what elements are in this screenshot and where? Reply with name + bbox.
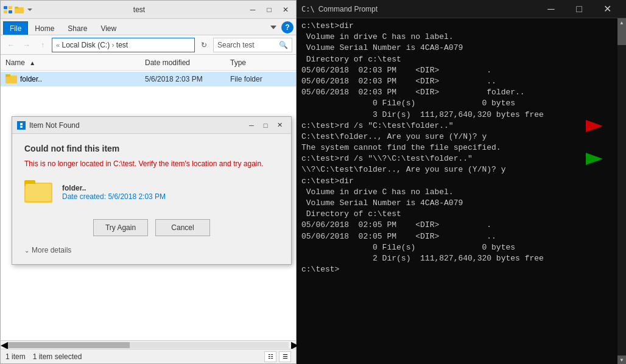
dialog-restore-button[interactable]: □ xyxy=(259,119,272,131)
dialog-title-text: Item Not Found xyxy=(29,121,245,130)
dialog-close-button[interactable]: ✕ xyxy=(273,119,286,131)
command-prompt-window: C:\ Command Prompt ─ □ ✕ c:\test>dir Vol… xyxy=(297,0,626,364)
svg-rect-3 xyxy=(9,10,12,13)
cmd-line: 05/06/2018 02:05 PM <DIR> .. xyxy=(301,231,613,242)
dialog-file-name: folder.. xyxy=(62,184,166,192)
cmd-line: 05/06/2018 02:05 PM <DIR> . xyxy=(301,220,613,231)
maximize-button[interactable]: □ xyxy=(261,4,277,16)
cmd-line: c:\test>dir xyxy=(301,21,613,32)
cmd-line: c:\test>rd /s "\\?\C:\test\folder.." xyxy=(301,153,613,164)
scroll-thumb[interactable] xyxy=(8,342,130,348)
minimize-button[interactable]: ─ xyxy=(245,4,261,16)
scroll-track xyxy=(617,27,626,355)
tab-view[interactable]: View xyxy=(94,21,123,35)
ribbon-tabs: File Home Share View ? xyxy=(1,19,296,35)
address-path[interactable]: « Local Disk (C:) › test xyxy=(52,38,195,52)
search-box[interactable]: 🔍 xyxy=(213,38,292,52)
title-bar-controls: ─ □ ✕ xyxy=(245,4,294,16)
close-button[interactable]: ✕ xyxy=(278,4,294,16)
cmd-title-buttons: ─ □ ✕ xyxy=(537,0,621,18)
dialog-body: Could not find this item This is no long… xyxy=(12,134,291,264)
more-details-toggle[interactable]: ⌄ More details xyxy=(24,246,279,254)
back-button[interactable]: ← xyxy=(4,38,18,52)
dialog-title-bar: Item Not Found ─ □ ✕ xyxy=(12,117,291,134)
svg-rect-15 xyxy=(26,184,51,201)
cmd-line: Volume in drive C has no label. xyxy=(301,187,613,198)
sort-arrow-icon: ▲ xyxy=(29,60,35,66)
search-input[interactable] xyxy=(217,41,279,49)
cmd-line: The system cannot find the file specifie… xyxy=(301,142,613,153)
cmd-title-text: Command Prompt xyxy=(318,5,537,13)
col-header-date[interactable]: Date modified xyxy=(145,58,230,67)
cmd-line: c:\test> xyxy=(301,264,613,275)
cmd-line: 3 Dir(s) 111,827,640,320 bytes free xyxy=(301,110,613,121)
cmd-scrollbar[interactable]: ▲ ▼ xyxy=(617,18,626,364)
red-arrow-icon xyxy=(586,120,603,132)
folder-title-icon xyxy=(15,5,24,14)
svg-rect-12 xyxy=(20,126,23,128)
cancel-button[interactable]: Cancel xyxy=(155,219,210,236)
tab-home[interactable]: Home xyxy=(28,21,61,35)
forward-button[interactable]: → xyxy=(20,38,33,52)
column-headers: Name ▲ Date modified Type xyxy=(1,55,296,71)
green-arrow-icon xyxy=(586,153,603,165)
svg-rect-1 xyxy=(9,6,12,9)
file-type: File folder xyxy=(230,75,291,83)
folder-icon xyxy=(5,73,18,85)
help-icon: ? xyxy=(285,23,289,32)
cmd-maximize-button[interactable]: □ xyxy=(565,0,593,18)
scroll-up-button[interactable]: ▲ xyxy=(617,18,626,27)
up-button[interactable]: ↑ xyxy=(36,38,49,52)
ribbon-collapse-icon[interactable] xyxy=(269,23,278,32)
cmd-line: 2 Dir(s) 111,827,640,320 bytes free xyxy=(301,253,613,264)
file-name: folder.. xyxy=(20,75,145,83)
cmd-line: 0 File(s) 0 bytes xyxy=(301,98,613,109)
ribbon: File Home Share View ? xyxy=(1,19,296,35)
help-button[interactable]: ? xyxy=(281,21,294,33)
dialog-folder-svg-icon xyxy=(24,178,54,205)
scroll-track xyxy=(8,342,289,348)
dropdown-icon xyxy=(26,6,33,13)
details-view-button[interactable]: ☷ xyxy=(264,351,276,362)
try-again-button[interactable]: Try Again xyxy=(93,219,148,236)
tab-share[interactable]: Share xyxy=(61,21,94,35)
cmd-line: c:\test>rd /s "C:\test\folder.." xyxy=(301,121,613,131)
horizontal-scrollbar[interactable]: ◀ ▶ xyxy=(1,340,296,349)
dialog-title-buttons: ─ □ ✕ xyxy=(245,119,286,131)
table-row[interactable]: folder.. 5/6/2018 2:03 PM File folder xyxy=(1,72,296,86)
file-explorer-title-bar: test ─ □ ✕ xyxy=(1,1,296,19)
breadcrumb-sep: › xyxy=(111,41,114,49)
folder-svg-icon xyxy=(5,73,18,84)
cmd-line: 05/06/2018 02:03 PM <DIR> . xyxy=(301,65,613,76)
scroll-down-button[interactable]: ▼ xyxy=(617,355,626,364)
address-bar: ← → ↑ « Local Disk (C:) › test ↻ 🔍 xyxy=(1,35,296,55)
cmd-line: 0 File(s) 0 bytes xyxy=(301,242,613,253)
dialog-file-date: Date created: 5/6/2018 2:03 PM xyxy=(62,192,166,201)
tab-file[interactable]: File xyxy=(3,21,28,35)
dialog-icon xyxy=(17,121,26,130)
dialog-file-details: folder.. Date created: 5/6/2018 2:03 PM xyxy=(62,184,166,201)
cmd-content[interactable]: c:\test>dir Volume in drive C has no lab… xyxy=(297,18,617,364)
more-details-label: More details xyxy=(32,246,71,254)
dialog-minimize-button[interactable]: ─ xyxy=(245,119,258,131)
file-date: 5/6/2018 2:03 PM xyxy=(145,75,230,83)
cmd-close-button[interactable]: ✕ xyxy=(593,0,621,18)
status-bar: 1 item 1 item selected ☷ ☰ xyxy=(1,349,296,363)
quick-access-icon xyxy=(3,5,13,15)
refresh-button[interactable]: ↻ xyxy=(197,38,211,52)
cmd-line: Volume Serial Number is 4CA8-A079 xyxy=(301,198,613,209)
scroll-thumb[interactable] xyxy=(617,27,626,45)
col-header-type[interactable]: Type xyxy=(230,58,291,67)
breadcrumb-test: test xyxy=(116,41,128,49)
dialog-item-not-found: Item Not Found ─ □ ✕ Could not find this… xyxy=(12,116,292,265)
svg-rect-11 xyxy=(20,123,23,125)
breadcrumb: « Local Disk (C:) › test xyxy=(56,41,128,49)
cmd-line: \\?\C:\test\folder.., Are you sure (Y/N)… xyxy=(301,164,613,175)
list-view-button[interactable]: ☰ xyxy=(279,351,291,362)
col-header-name[interactable]: Name ▲ xyxy=(5,58,145,67)
svg-rect-5 xyxy=(15,7,18,9)
cmd-title-bar: C:\ Command Prompt ─ □ ✕ xyxy=(297,0,626,18)
cmd-minimize-button[interactable]: ─ xyxy=(537,0,565,18)
dialog-folder-icon xyxy=(24,178,55,207)
cmd-line: 05/06/2018 02:03 PM <DIR> .. xyxy=(301,76,613,87)
